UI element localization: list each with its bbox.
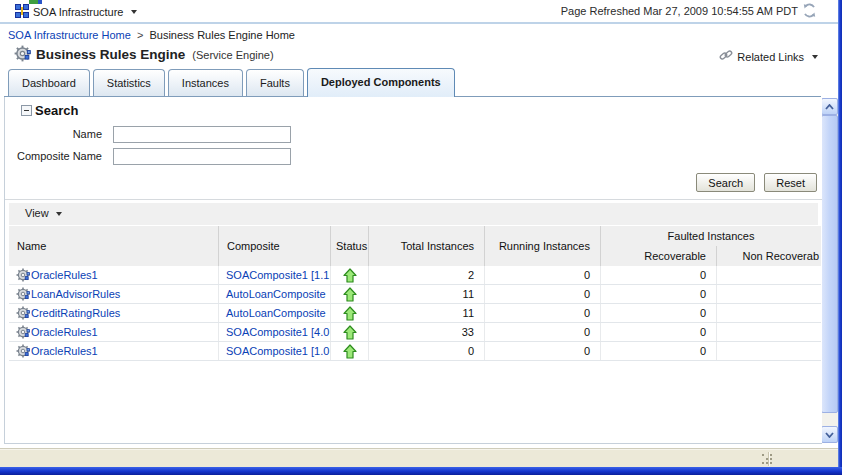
col-header-faulted-instances-group: Faulted Instances bbox=[601, 226, 821, 246]
name-input[interactable] bbox=[113, 126, 291, 143]
context-menu-soa-infrastructure[interactable]: SOA Infrastructure bbox=[15, 4, 137, 20]
status-up-arrow-icon bbox=[343, 325, 357, 340]
component-name-link[interactable]: CreditRatingRules bbox=[31, 307, 120, 319]
page-title: Business Rules Engine bbox=[36, 47, 185, 62]
running-instances-cell: 0 bbox=[485, 285, 601, 303]
search-actions: Search Reset bbox=[5, 173, 817, 192]
table-row: LoanAdvisorRules AutoLoanComposite 11 0 … bbox=[9, 285, 821, 304]
view-menu-label: View bbox=[25, 207, 49, 219]
chevron-down-icon bbox=[56, 212, 62, 216]
non-recoverable-cell bbox=[717, 285, 821, 303]
scroll-up-button[interactable] bbox=[821, 98, 838, 115]
status-up-arrow-icon bbox=[343, 268, 357, 283]
col-header-name: Name bbox=[9, 226, 219, 266]
table-row: OracleRules1 SOAComposite1 [4.0 33 0 0 bbox=[9, 323, 821, 342]
total-instances-cell: 0 bbox=[369, 342, 485, 360]
component-name-link[interactable]: OracleRules1 bbox=[31, 326, 98, 338]
tab-deployed-components[interactable]: Deployed Components bbox=[307, 68, 455, 97]
composite-link[interactable]: AutoLoanComposite bbox=[226, 288, 326, 300]
name-field-label: Name bbox=[5, 128, 102, 140]
tab-dashboard[interactable]: Dashboard bbox=[8, 69, 90, 96]
component-name-link[interactable]: OracleRules1 bbox=[31, 269, 98, 281]
col-header-total-instances: Total Instances bbox=[369, 226, 485, 266]
scrollbar-thumb[interactable] bbox=[821, 115, 838, 413]
col-header-status: Status bbox=[331, 226, 369, 266]
breadcrumb: SOA Infrastructure Home > Business Rules… bbox=[8, 29, 295, 41]
status-bar-divider bbox=[768, 452, 769, 466]
status-cell bbox=[331, 342, 369, 360]
recoverable-cell: 0 bbox=[601, 285, 717, 303]
non-recoverable-cell bbox=[717, 304, 821, 322]
window-status-bar bbox=[0, 449, 838, 468]
composite-cell: AutoLoanComposite bbox=[219, 304, 331, 322]
rules-component-icon bbox=[16, 306, 30, 320]
running-instances-cell: 0 bbox=[485, 342, 601, 360]
chevron-up-icon bbox=[825, 104, 834, 110]
context-label: SOA Infrastructure bbox=[33, 6, 123, 18]
status-cell bbox=[331, 285, 369, 303]
status-up-arrow-icon bbox=[343, 306, 357, 321]
reset-button[interactable]: Reset bbox=[764, 173, 817, 192]
composite-link[interactable]: SOAComposite1 [4.0 bbox=[226, 326, 329, 338]
status-up-arrow-icon bbox=[343, 344, 357, 359]
rules-component-icon bbox=[16, 344, 30, 358]
composite-link[interactable]: AutoLoanComposite bbox=[226, 307, 326, 319]
total-instances-cell: 33 bbox=[369, 323, 485, 341]
table-row: CreditRatingRules AutoLoanComposite 11 0… bbox=[9, 304, 821, 323]
status-up-arrow-icon bbox=[343, 287, 357, 302]
vertical-scrollbar[interactable] bbox=[821, 98, 838, 443]
total-instances-cell: 11 bbox=[369, 304, 485, 322]
top-context-bar: SOA Infrastructure Page Refreshed Mar 27… bbox=[0, 0, 838, 24]
composite-name-input[interactable] bbox=[113, 148, 291, 165]
tab-statistics[interactable]: Statistics bbox=[93, 69, 165, 96]
chevron-down-icon bbox=[812, 55, 818, 59]
total-instances-cell: 2 bbox=[369, 266, 485, 284]
name-cell: CreditRatingRules bbox=[9, 304, 219, 322]
link-chain-icon bbox=[719, 49, 733, 64]
recoverable-cell: 0 bbox=[601, 266, 717, 284]
recoverable-cell: 0 bbox=[601, 342, 717, 360]
status-cell bbox=[331, 304, 369, 322]
col-header-recoverable: Recoverable bbox=[601, 246, 717, 266]
search-section-title: Search bbox=[35, 103, 78, 118]
status-cell bbox=[331, 266, 369, 284]
col-header-composite: Composite bbox=[219, 226, 331, 266]
business-rules-gear-icon bbox=[14, 45, 31, 64]
component-name-link[interactable]: LoanAdvisorRules bbox=[31, 288, 120, 300]
composite-cell: AutoLoanComposite bbox=[219, 285, 331, 303]
page-header: Business Rules Engine (Service Engine) bbox=[14, 45, 274, 64]
name-cell: OracleRules1 bbox=[9, 342, 219, 360]
scroll-down-button[interactable] bbox=[821, 426, 838, 443]
tab-faults[interactable]: Faults bbox=[246, 69, 304, 96]
window-resize-grip[interactable] bbox=[762, 454, 764, 456]
rules-component-icon bbox=[16, 268, 30, 282]
search-button[interactable]: Search bbox=[696, 173, 755, 192]
collapse-search-icon[interactable] bbox=[21, 105, 32, 116]
rules-component-icon bbox=[16, 325, 30, 339]
composite-cell: SOAComposite1 [4.0 bbox=[219, 323, 331, 341]
composite-link[interactable]: SOAComposite1 [1.1 bbox=[226, 269, 329, 281]
composite-cell: SOAComposite1 [1.0 bbox=[219, 342, 331, 360]
col-header-non-recoverable: Non Recoverab bbox=[717, 246, 821, 266]
component-name-link[interactable]: OracleRules1 bbox=[31, 345, 98, 357]
chevron-down-icon bbox=[825, 432, 834, 438]
name-cell: OracleRules1 bbox=[9, 266, 219, 284]
refresh-icon[interactable] bbox=[802, 3, 817, 18]
application-window: SOA Infrastructure Page Refreshed Mar 27… bbox=[0, 0, 842, 475]
running-instances-cell: 0 bbox=[485, 266, 601, 284]
view-menu-button[interactable]: View bbox=[25, 207, 62, 219]
soa-topology-icon bbox=[15, 4, 29, 20]
composite-name-field-label: Composite Name bbox=[5, 150, 102, 162]
page-refreshed-timestamp: Page Refreshed Mar 27, 2009 10:54:55 AM … bbox=[561, 5, 798, 17]
related-links-label: Related Links bbox=[737, 51, 804, 63]
related-links-menu[interactable]: Related Links bbox=[719, 49, 818, 64]
non-recoverable-cell bbox=[717, 323, 821, 341]
rules-component-icon bbox=[16, 287, 30, 301]
name-cell: LoanAdvisorRules bbox=[9, 285, 219, 303]
deployed-components-panel: Search Name Composite Name Search Reset … bbox=[4, 97, 822, 444]
tab-instances[interactable]: Instances bbox=[168, 69, 243, 96]
name-cell: OracleRules1 bbox=[9, 323, 219, 341]
breadcrumb-separator: > bbox=[137, 29, 143, 41]
breadcrumb-home-link[interactable]: SOA Infrastructure Home bbox=[8, 29, 131, 41]
composite-link[interactable]: SOAComposite1 [1.0 bbox=[226, 345, 329, 357]
